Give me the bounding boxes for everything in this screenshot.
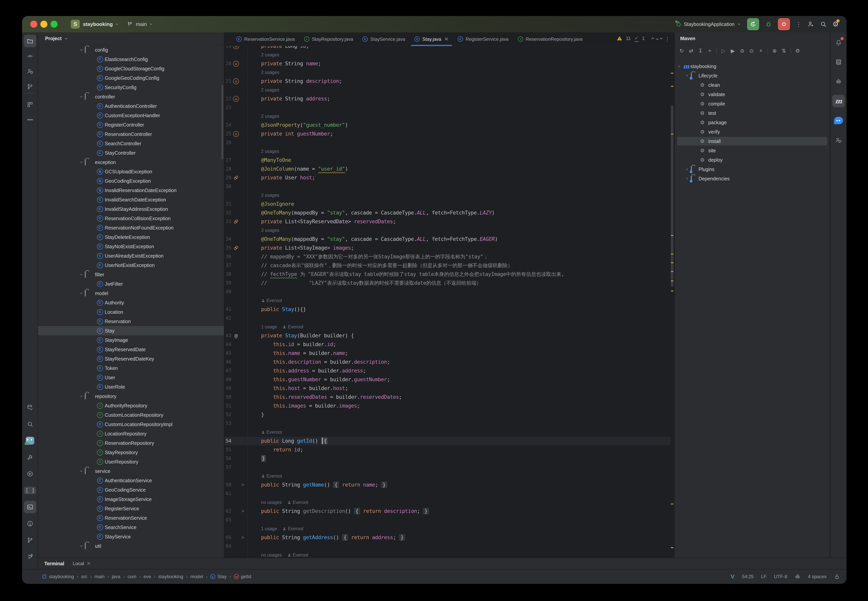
code-line-51[interactable]: 51this.images = builder.images; <box>225 401 670 410</box>
annotation-gutter-icon[interactable]: a <box>232 46 240 50</box>
code-line-54[interactable]: 54public Long getId() { <box>225 436 670 445</box>
breadcrumb-item-eve[interactable]: eve <box>143 574 151 580</box>
rerun-button[interactable] <box>747 18 759 30</box>
maven-settings-icon[interactable]: ⚙ <box>793 48 802 54</box>
tree-item-CustomExceptionHandler[interactable]: CCustomExceptionHandler <box>38 111 224 120</box>
inspection-widget[interactable]: 11 ✓ 1 <box>616 35 664 42</box>
maven-tab-icon[interactable]: m <box>832 95 845 107</box>
chevron-down-icon[interactable] <box>79 95 83 99</box>
code-line-28[interactable]: 28@JoinColumn(name = "user_id") <box>225 165 670 173</box>
jpa-relation-gutter-icon[interactable] <box>232 217 240 226</box>
tree-item-exception[interactable]: exception <box>38 157 224 167</box>
tree-item-UserRepository[interactable]: IUserRepository <box>38 457 224 467</box>
tree-item-UserNotExistException[interactable]: CUserNotExistException <box>38 261 224 270</box>
copilot-icon[interactable] <box>832 75 845 88</box>
tree-item-InvalidReservationDateException[interactable]: ↯InvalidReservationDateException <box>38 186 224 195</box>
tree-item-ElasticsearchConfig[interactable]: CElasticsearchConfig <box>38 55 224 64</box>
close-icon[interactable]: ✕ <box>444 36 448 42</box>
code-line-23[interactable]: 23 <box>225 103 670 112</box>
services-icon[interactable] <box>24 468 36 480</box>
vcs-branch-icon[interactable] <box>24 80 36 93</box>
tree-item-UserRole[interactable]: EUserRole <box>38 382 224 392</box>
execute-goal-icon[interactable]: ▶ <box>729 48 737 54</box>
indent-size[interactable]: 4 spaces <box>808 574 827 580</box>
code-line-20[interactable]: 20aprivate String name; <box>225 59 670 68</box>
line-ending[interactable]: LF <box>761 574 767 580</box>
warning-stripe-mark[interactable] <box>671 281 674 281</box>
fold-arrow-icon[interactable]: > <box>241 533 244 542</box>
chevron-icon[interactable] <box>677 64 681 68</box>
close-window-button[interactable] <box>30 21 37 28</box>
annotation-gutter-icon[interactable]: a <box>232 59 240 68</box>
code-line-36[interactable]: 36// mappedBy = "XXX"参数因为它一对多的另一张StayIma… <box>225 252 670 261</box>
code-line-27[interactable]: 27@ManyToOne <box>225 156 670 165</box>
tree-item-CustomLocationRepositoryImpl[interactable]: CCustomLocationRepositoryImpl <box>38 419 224 429</box>
encoding[interactable]: UTF-8 <box>774 574 787 580</box>
at-gutter-icon[interactable]: @ <box>232 331 240 340</box>
warning-stripe-mark[interactable] <box>671 262 674 263</box>
code-line-58[interactable]: 58>public String getName() { return name… <box>225 480 670 489</box>
tree-item-InvalidSearchDateException[interactable]: CInvalidSearchDateException <box>38 195 224 204</box>
add-maven-project-icon[interactable]: + <box>706 48 714 54</box>
tree-item-Token[interactable]: CToken <box>38 363 224 373</box>
tree-item-User[interactable]: CUser <box>38 373 224 382</box>
project-name[interactable]: staybooking <box>83 21 113 27</box>
tree-item-service[interactable]: service <box>38 467 224 476</box>
code-line-62[interactable]: 62>public String getDescription() { retu… <box>225 507 670 516</box>
warning-stripe-mark[interactable] <box>671 547 674 548</box>
tree-item-ReservationCollisionException[interactable]: CReservationCollisionException <box>38 214 224 223</box>
code-line-53[interactable]: 53 <box>225 419 670 428</box>
code-line-69[interactable]: 69 <box>225 542 670 551</box>
next-problem-icon[interactable] <box>659 36 664 41</box>
maven-item-clean[interactable]: ⚙clean <box>675 80 830 90</box>
code-line-61[interactable]: 61 <box>225 489 670 498</box>
git-icon[interactable] <box>24 534 36 546</box>
terminal-icon[interactable] <box>24 501 36 513</box>
database-icon[interactable] <box>832 56 845 68</box>
warning-stripe-mark[interactable] <box>671 134 674 134</box>
ai-chat-icon[interactable] <box>832 114 845 127</box>
code-line-45[interactable]: 45this.name = builder.name; <box>225 349 670 358</box>
tree-item-GoogleGeoCodingConfig[interactable]: CGoogleGeoCodingConfig <box>38 73 224 83</box>
tree-item-Location[interactable]: CLocation <box>38 307 224 317</box>
tree-item-StayRepository[interactable]: IStayRepository <box>38 448 224 457</box>
gopher-plugin-icon[interactable] <box>24 435 36 447</box>
tree-item-ReservationRepository[interactable]: IReservationRepository <box>38 438 224 448</box>
annotation-gutter-icon[interactable]: a <box>232 95 240 103</box>
tab-options-icon[interactable]: ⋮ <box>665 36 670 42</box>
project-folder-icon[interactable] <box>24 35 36 47</box>
annotation-gutter-icon[interactable]: a <box>232 77 240 85</box>
terminal-tab-local[interactable]: Local ✕ <box>73 561 90 566</box>
code-line-39[interactable]: 39// "LAZY"表示读取stay数据表的时候不需要读取date的信息（不返… <box>225 279 670 287</box>
more-tools-icon[interactable] <box>24 113 36 126</box>
code-line-35[interactable]: 35private List<StayImage> images; <box>225 244 670 252</box>
settings-gear-icon[interactable]: ⚙ <box>833 20 839 28</box>
code-with-me-icon[interactable] <box>832 134 845 146</box>
chevron-down-icon[interactable] <box>79 160 83 164</box>
editor-scrollbar[interactable] <box>671 105 674 287</box>
code-line-42[interactable]: 42 <box>225 314 670 323</box>
stop-button[interactable] <box>778 18 790 30</box>
tab-RegisterService.java[interactable]: CRegisterService.java <box>453 32 513 46</box>
warning-stripe-mark[interactable] <box>671 235 674 236</box>
zoom-window-button[interactable] <box>50 21 58 28</box>
tree-item-repository[interactable]: repository <box>38 392 224 401</box>
maven-item-validate[interactable]: ⚙validate <box>675 90 830 99</box>
breadcrumb-item-src[interactable]: src <box>81 574 87 580</box>
tab-StayRepository.java[interactable]: IStayRepository.java <box>299 32 358 46</box>
code-line-26[interactable]: 26 <box>225 138 670 147</box>
tree-item-StayImage[interactable]: CStayImage <box>38 336 224 345</box>
code-line-56[interactable]: 56} <box>225 454 670 463</box>
tree-item-GCSUploadException[interactable]: ↯GCSUploadException <box>38 167 224 176</box>
tree-item-InvalidStayAddressException[interactable]: CInvalidStayAddressException <box>38 204 224 214</box>
maven-item-Lifecycle[interactable]: Lifecycle <box>675 71 830 80</box>
code-line-46[interactable]: 46this.description = builder.description… <box>225 358 670 366</box>
tree-item-model[interactable]: model <box>38 288 224 298</box>
breadcrumb-item-getId[interactable]: mgetId <box>234 574 251 580</box>
code-line-65[interactable]: 65 <box>225 516 670 524</box>
tree-item-CustomLocationRepository[interactable]: ICustomLocationRepository <box>38 410 224 419</box>
code-line-29[interactable]: 29private User host; <box>225 173 670 182</box>
chevron-down-icon[interactable] <box>79 544 83 548</box>
tree-item-Stay[interactable]: CStay <box>38 326 224 336</box>
maven-item-verify[interactable]: ⚙verify <box>675 127 830 136</box>
